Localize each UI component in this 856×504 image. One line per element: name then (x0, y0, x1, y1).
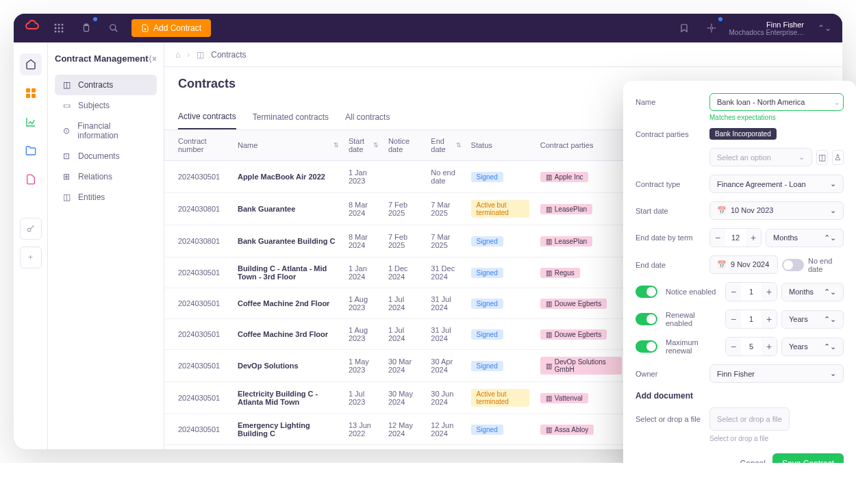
nav-key-icon[interactable] (20, 218, 42, 240)
breadcrumb: ⌂ › ◫ Contracts (164, 42, 842, 67)
nav-rail: + (14, 42, 48, 449)
nav-add-icon[interactable]: + (20, 247, 42, 268)
svg-point-8 (62, 31, 64, 33)
sidebar-item-entities[interactable]: ◫Entities (55, 187, 157, 207)
notice-toggle[interactable] (635, 286, 657, 298)
sidebar-item-subjects[interactable]: ▭Subjects (55, 95, 157, 116)
nav-analytics-icon[interactable] (20, 111, 42, 133)
field-label: Name (635, 98, 701, 106)
svg-point-5 (62, 27, 64, 29)
renewal-unit[interactable]: Years⌃⌄ (781, 310, 844, 329)
party-chip[interactable]: Bank Incorporated (709, 128, 777, 140)
sidebar-collapse-icon[interactable]: ⟨× (149, 54, 157, 64)
titlebar: Add Contract Finn Fisher Mochadocs Enter… (14, 14, 842, 42)
search-icon[interactable] (104, 18, 123, 38)
name-helper: Matches expectations (709, 114, 844, 121)
home-icon[interactable]: ⌂ (175, 50, 180, 60)
notice-unit[interactable]: Months⌃⌄ (781, 283, 844, 301)
user-menu-chevron-icon[interactable]: ⌃⌄ (818, 23, 831, 33)
field-label: End date (635, 261, 701, 269)
notice-stepper[interactable]: −1+ (725, 282, 777, 301)
tab-terminated-contracts[interactable]: Terminated contracts (253, 105, 329, 129)
user-menu[interactable]: Finn Fisher Mochadocs Enterprise… (729, 21, 805, 36)
party-action-1[interactable]: ◫ (816, 150, 828, 165)
file-dropzone[interactable]: Select or drop a file (709, 407, 790, 431)
endterm-unit[interactable]: Months⌃⌄ (766, 229, 844, 247)
nav-file-icon[interactable] (20, 168, 42, 190)
max-stepper[interactable]: −5+ (725, 337, 777, 356)
nav-home-icon[interactable] (20, 53, 42, 75)
svg-rect-12 (26, 88, 30, 92)
breadcrumb-current: Contracts (211, 50, 246, 60)
field-label: Owner (635, 370, 701, 378)
svg-point-16 (27, 228, 31, 231)
sidebar-item-contracts[interactable]: ◫Contracts (55, 75, 157, 95)
type-select[interactable]: Finance Agreement - Loan⌄ (709, 175, 844, 193)
doc-icon: ◫ (197, 50, 204, 60)
settings-icon[interactable] (702, 18, 721, 38)
endterm-stepper[interactable]: −12+ (709, 228, 761, 247)
owner-select[interactable]: Finn Fisher⌄ (709, 364, 844, 383)
svg-point-2 (62, 24, 64, 26)
col-header[interactable]: Status (466, 130, 535, 161)
tab-all-contracts[interactable]: All contracts (345, 105, 390, 129)
add-doc-title: Add document (635, 391, 844, 401)
bookmark-icon[interactable] (675, 18, 694, 38)
parties-select[interactable]: Select an option⌄ (709, 148, 812, 166)
svg-point-4 (58, 27, 60, 29)
sidebar-item-relations[interactable]: ⊞Relations (55, 166, 157, 187)
field-label: Start date (635, 207, 701, 215)
no-end-toggle[interactable] (782, 259, 804, 271)
renewal-stepper[interactable]: −1+ (725, 310, 777, 329)
sidebar: Contract Management⟨× ◫Contracts ▭Subjec… (48, 42, 164, 449)
max-toggle[interactable] (635, 340, 657, 353)
svg-point-7 (58, 31, 60, 33)
cancel-button[interactable]: Cancel (740, 459, 766, 463)
col-header[interactable]: End date⇅ (425, 130, 465, 161)
add-contract-panel: Name⌄ Matches expectations Contract part… (623, 81, 856, 463)
tab-active-contracts[interactable]: Active contracts (178, 105, 236, 129)
sidebar-item-financial[interactable]: ⊙Financial information (55, 116, 157, 146)
add-contract-button-top[interactable]: Add Contract (131, 19, 211, 37)
svg-rect-15 (32, 94, 36, 98)
svg-point-10 (110, 25, 116, 30)
col-header[interactable]: Contract number (164, 130, 232, 161)
start-date-input[interactable]: 📅10 Nov 2023⌄ (709, 201, 844, 220)
sidebar-title: Contract Management (55, 53, 149, 64)
col-header[interactable]: Notice date (383, 130, 425, 161)
party-action-2[interactable]: ♙ (832, 150, 844, 165)
max-unit[interactable]: Years⌃⌄ (781, 338, 844, 356)
svg-rect-13 (32, 88, 36, 92)
svg-point-3 (55, 27, 57, 29)
logo (25, 19, 41, 38)
svg-point-0 (55, 24, 57, 26)
nav-apps-icon[interactable] (20, 82, 42, 104)
field-label: End date by term (635, 234, 701, 242)
svg-point-11 (710, 27, 713, 29)
field-label: Contract type (635, 180, 701, 188)
save-button[interactable]: Save Contract (772, 453, 844, 463)
end-date-input[interactable]: 📅9 Nov 2024 (709, 255, 778, 274)
col-header[interactable]: Contract parties (535, 130, 627, 161)
svg-point-1 (58, 24, 60, 26)
col-header[interactable]: Name⇅ (232, 130, 343, 161)
svg-rect-14 (26, 94, 30, 98)
svg-point-6 (55, 31, 57, 33)
sidebar-item-documents[interactable]: ⊡Documents (55, 146, 157, 166)
col-header[interactable]: Start date⇅ (343, 130, 383, 161)
apps-icon[interactable] (49, 18, 68, 38)
nav-folder-icon[interactable] (20, 140, 42, 162)
clipboard-icon[interactable] (77, 18, 96, 38)
name-input[interactable] (709, 93, 844, 111)
renewal-toggle[interactable] (635, 313, 657, 325)
field-label: Contract parties (635, 130, 701, 138)
